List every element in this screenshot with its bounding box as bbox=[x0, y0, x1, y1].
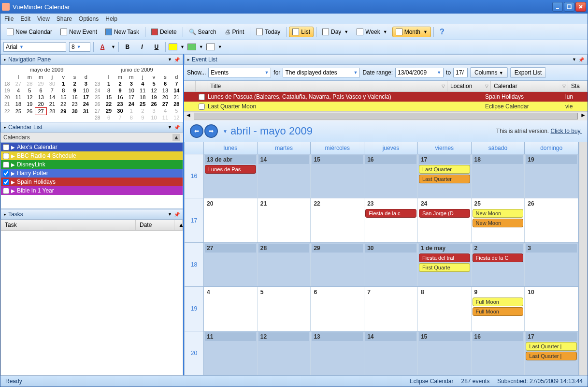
month-view-button[interactable]: Month▼ bbox=[392, 27, 431, 37]
col-task[interactable]: Task bbox=[1, 220, 136, 230]
columns-button[interactable]: Columns ▼ bbox=[470, 67, 508, 78]
vertical-scrollbar[interactable] bbox=[579, 142, 588, 375]
day-cell[interactable]: 4 bbox=[204, 287, 258, 330]
event-chip[interactable]: Fiesta del tral bbox=[419, 253, 470, 262]
close-button[interactable] bbox=[575, 2, 586, 12]
underline-button[interactable]: U bbox=[151, 42, 162, 52]
day-cell[interactable]: 26 bbox=[525, 198, 578, 242]
day-cell[interactable]: 25New MoonNew Moon bbox=[472, 198, 525, 242]
day-cell[interactable]: 12 bbox=[258, 331, 311, 375]
calendar-item[interactable]: ▶ Alex's Calendar bbox=[1, 143, 183, 151]
event-row[interactable]: Lunes de Pascua (Baleares, Cataluña, Nav… bbox=[184, 92, 588, 102]
event-chip[interactable]: Last Quarter | bbox=[526, 352, 577, 360]
date-to[interactable]: 17/ bbox=[453, 68, 468, 77]
day-cell[interactable]: 11 bbox=[204, 331, 258, 375]
color-white[interactable] bbox=[206, 44, 215, 50]
day-cell[interactable]: 16 bbox=[472, 331, 525, 375]
calendar-item[interactable]: ▶ Harry Potter bbox=[1, 169, 183, 178]
color-yellow[interactable] bbox=[169, 44, 177, 50]
week-view-button[interactable]: Week▼ bbox=[353, 27, 390, 37]
print-button[interactable]: 🖨Print bbox=[221, 27, 248, 37]
event-row[interactable]: Last Quarter Moon Eclipse Calendar vie bbox=[184, 102, 588, 111]
day-cell[interactable]: 1 de mayFiesta del tralFirst Quarte bbox=[418, 243, 472, 286]
calendar-checkbox[interactable] bbox=[3, 188, 9, 194]
day-cell[interactable]: 7 bbox=[364, 287, 418, 330]
mini-calendar-may[interactable]: mayo de 2009lmmjvsd182728293012319456789… bbox=[1, 66, 92, 121]
event-checkbox[interactable] bbox=[199, 94, 205, 100]
menu-edit[interactable]: Edit bbox=[20, 15, 30, 22]
day-cell[interactable]: 18 bbox=[472, 154, 525, 198]
font-combo[interactable]: Arial▼ bbox=[3, 42, 66, 52]
filter-icon[interactable]: ▽ bbox=[442, 84, 445, 89]
calendar-checkbox[interactable] bbox=[3, 162, 9, 168]
day-cell[interactable]: 24San Jorge (D bbox=[418, 198, 472, 242]
col-handle[interactable] bbox=[184, 81, 196, 91]
event-chip[interactable]: First Quarte bbox=[419, 263, 470, 272]
menu-help[interactable]: Help bbox=[105, 15, 117, 22]
calendar-item[interactable]: ▶ DisneyLink bbox=[1, 160, 183, 169]
day-cell[interactable]: 10 bbox=[525, 287, 578, 330]
mini-calendar-june[interactable]: junio de 2009lmmjvsd23123456724891011121… bbox=[92, 66, 182, 121]
calendar-item[interactable]: ▶ Spain Holidays bbox=[1, 178, 183, 186]
day-cell[interactable]: 14 bbox=[364, 331, 418, 375]
day-cell[interactable]: 6 bbox=[311, 287, 364, 330]
day-cell[interactable]: 22 bbox=[311, 198, 364, 242]
font-color-button[interactable]: A bbox=[97, 42, 108, 52]
day-cell[interactable]: 16 bbox=[364, 154, 418, 198]
pin-icon[interactable]: 📌 bbox=[174, 212, 180, 217]
buy-link[interactable]: Click to buy. bbox=[551, 128, 582, 134]
event-checkbox[interactable] bbox=[199, 104, 205, 110]
menu-share[interactable]: Share bbox=[57, 15, 72, 22]
day-cell[interactable]: 2Fiesta de la C bbox=[472, 243, 525, 286]
event-chip[interactable]: Full Moon bbox=[473, 298, 524, 306]
day-cell[interactable]: 15 bbox=[311, 154, 364, 198]
calendar-item[interactable]: ▶ BBC Radio 4 Schedule bbox=[1, 151, 183, 160]
minimize-button[interactable] bbox=[552, 2, 563, 12]
new-task-button[interactable]: New Task bbox=[102, 27, 143, 37]
today-button[interactable]: Today bbox=[253, 27, 284, 37]
day-cell[interactable]: 29 bbox=[311, 243, 364, 286]
day-cell[interactable]: 13 de abrLunes de Pas bbox=[204, 154, 258, 198]
pin-icon[interactable]: 📌 bbox=[174, 57, 180, 62]
next-button[interactable]: ➡ bbox=[204, 124, 218, 138]
menu-options[interactable]: Options bbox=[79, 15, 99, 22]
col-start[interactable]: Sta bbox=[568, 81, 588, 91]
new-calendar-button[interactable]: New Calendar bbox=[3, 27, 56, 37]
show-combo[interactable]: Events▼ bbox=[208, 68, 271, 77]
day-cell[interactable]: 30 bbox=[364, 243, 418, 286]
bold-button[interactable]: B bbox=[122, 42, 133, 52]
filter-icon[interactable]: ▽ bbox=[562, 84, 566, 89]
day-cell[interactable]: 8 bbox=[418, 287, 472, 330]
search-button[interactable]: 🔍Search bbox=[186, 27, 220, 37]
for-combo[interactable]: The displayed dates▼ bbox=[283, 68, 360, 77]
day-cell[interactable]: 13 bbox=[311, 331, 364, 375]
day-cell[interactable]: 5 bbox=[258, 287, 311, 330]
chevron-down-icon[interactable]: ▼ bbox=[223, 129, 228, 134]
event-chip[interactable]: Lunes de Pas bbox=[205, 165, 256, 174]
maximize-button[interactable] bbox=[564, 2, 574, 12]
col-location[interactable]: Location▽ bbox=[447, 81, 491, 91]
day-cell[interactable]: 3 bbox=[525, 243, 578, 286]
prev-button[interactable]: ⬅ bbox=[190, 124, 203, 138]
event-chip[interactable]: New Moon bbox=[473, 219, 524, 227]
calendar-checkbox[interactable] bbox=[3, 179, 9, 185]
chevron-down-icon[interactable]: ▼ bbox=[168, 57, 172, 62]
calendar-checkbox[interactable] bbox=[3, 170, 9, 177]
col-title[interactable]: Title▽ bbox=[207, 81, 447, 91]
filter-icon[interactable]: ▽ bbox=[485, 84, 488, 89]
day-cell[interactable]: 17Last Quarter |Last Quarter | bbox=[525, 331, 578, 375]
event-chip[interactable]: Last Quarter bbox=[419, 165, 470, 174]
delete-button[interactable]: Delete bbox=[148, 27, 180, 37]
event-chip[interactable]: Fiesta de la C bbox=[473, 253, 524, 262]
col-calendar[interactable]: Calendar▽ bbox=[491, 81, 568, 91]
event-chip[interactable]: Last Quarter | bbox=[526, 342, 577, 351]
event-chip[interactable]: Last Quarter bbox=[419, 175, 470, 183]
col-date[interactable]: Date bbox=[136, 220, 174, 230]
day-cell[interactable]: 27 bbox=[204, 243, 258, 286]
day-cell[interactable]: 17Last QuarterLast Quarter bbox=[418, 154, 472, 198]
day-cell[interactable]: 15 bbox=[418, 331, 472, 375]
pin-icon[interactable]: 📌 bbox=[578, 57, 584, 62]
day-cell[interactable]: 14 bbox=[258, 154, 311, 198]
size-combo[interactable]: 8▼ bbox=[69, 42, 90, 52]
export-button[interactable]: Export List bbox=[510, 67, 546, 78]
